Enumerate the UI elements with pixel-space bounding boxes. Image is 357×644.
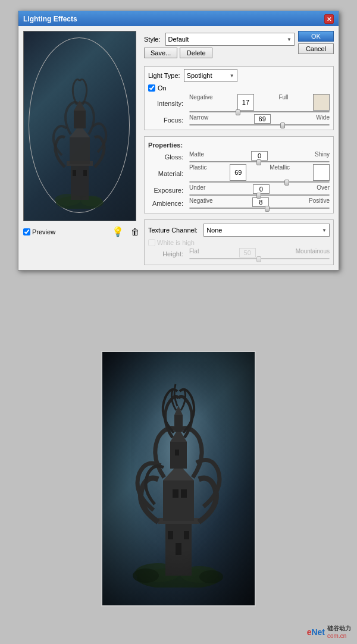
focus-neg-label: Narrow (189, 114, 208, 124)
svg-rect-7 (70, 137, 90, 164)
watermark-logo: eNet (307, 627, 325, 637)
material-pos-label: Metallic (270, 164, 290, 181)
on-label: On (158, 84, 167, 92)
intensity-pos-label: Full (278, 94, 288, 111)
svg-rect-3 (71, 164, 89, 200)
height-slider-group: Flat Mountainous (189, 248, 330, 259)
height-pos-label: Mountainous (296, 248, 330, 257)
style-row: Style: Default ▼ (144, 33, 295, 46)
material-neg-label: Plastic (189, 164, 206, 181)
focus-value-input[interactable] (254, 114, 271, 124)
texture-arrow-icon: ▼ (322, 228, 327, 233)
intensity-track[interactable] (189, 111, 330, 112)
texture-select[interactable]: None ▼ (203, 224, 330, 237)
style-arrow-icon: ▼ (287, 37, 292, 42)
material-labels: Plastic Metallic (189, 164, 330, 181)
delete-light-icon[interactable]: 🗑 (131, 227, 139, 237)
focus-pos-label: Wide (316, 114, 330, 124)
light-type-arrow-icon: ▼ (230, 73, 234, 78)
white-high-checkbox[interactable] (148, 239, 155, 246)
focus-slider-group: Narrow Wide (189, 114, 330, 125)
texture-row: Texture Channel: None ▼ (148, 224, 330, 237)
preview-image (24, 32, 136, 221)
gloss-pos-label: Shiny (315, 151, 330, 161)
focus-thumb[interactable] (280, 122, 285, 128)
intensity-neg-label: Negative (189, 94, 212, 111)
ambience-thumb[interactable] (265, 206, 270, 212)
style-label: Style: (144, 36, 161, 43)
material-thumb[interactable] (284, 180, 289, 186)
ambience-neg-label: Negative (189, 197, 212, 207)
exposure-label: Exposure: (148, 187, 187, 194)
light-bulb-icon[interactable]: 💡 (112, 226, 124, 237)
ambience-label: Ambience: (148, 200, 187, 207)
save-delete-row: Save... Delete (144, 48, 295, 58)
exposure-track[interactable] (189, 194, 330, 196)
style-section: Style: Default ▼ Save... Delete (144, 31, 295, 60)
focus-track[interactable] (189, 124, 330, 125)
focus-label: Focus: (148, 117, 187, 124)
gloss-label: Gloss: (148, 153, 187, 161)
watermark: eNet 硅谷动力 com.cn (307, 624, 351, 639)
preview-icons: 💡 🗑 (112, 226, 139, 237)
light-type-select[interactable]: Spotlight ▼ (184, 69, 237, 82)
watermark-line1: 硅谷动力 (327, 624, 351, 633)
white-high-label: White is high (157, 239, 195, 246)
ambience-row: Ambience: Negative Positive (148, 197, 330, 209)
preview-canvas[interactable] (23, 31, 136, 221)
light-type-row: Light Type: Spotlight ▼ (148, 69, 330, 82)
house-svg (50, 60, 109, 209)
height-track (189, 258, 330, 259)
preview-label: Preview (32, 228, 55, 235)
cancel-button[interactable]: Cancel (298, 43, 334, 54)
exposure-neg-label: Under (189, 184, 205, 194)
material-color-box[interactable] (313, 164, 330, 181)
white-high-row: White is high (148, 239, 330, 246)
gloss-row: Gloss: Matte Shiny (148, 151, 330, 162)
on-checkbox[interactable] (148, 84, 155, 92)
material-row: Material: Plastic Metallic (148, 164, 330, 183)
height-thumb (256, 256, 261, 262)
height-neg-label: Flat (189, 248, 199, 257)
watermark-line2: com.cn (327, 633, 351, 639)
ambience-slider-group: Negative Positive (189, 197, 330, 209)
height-value-input[interactable] (239, 248, 256, 257)
svg-rect-4 (73, 170, 76, 176)
texture-value: None (206, 227, 222, 234)
ambience-track[interactable] (189, 208, 330, 209)
exposure-thumb[interactable] (256, 193, 261, 199)
lighting-effects-dialog: Lighting Effects ✕ (18, 11, 339, 271)
preview-panel: Preview 💡 🗑 (23, 31, 139, 265)
exposure-value-input[interactable] (253, 184, 270, 194)
focus-labels: Narrow Wide (189, 114, 330, 124)
ambience-pos-label: Positive (309, 197, 330, 207)
intensity-value-input[interactable] (237, 94, 254, 111)
intensity-labels: Negative Full (189, 94, 330, 111)
gloss-neg-label: Matte (189, 151, 204, 161)
result-image (101, 351, 256, 607)
ok-cancel-group: OK Cancel (298, 31, 334, 54)
light-type-label: Light Type: (148, 72, 180, 79)
save-button[interactable]: Save... (144, 48, 177, 58)
preview-checkbox-row[interactable]: Preview (23, 228, 55, 235)
delete-button[interactable]: Delete (180, 48, 212, 58)
style-select[interactable]: Default ▼ (165, 33, 295, 46)
style-value: Default (168, 36, 189, 43)
exposure-row: Exposure: Under Over (148, 184, 330, 196)
gloss-thumb[interactable] (256, 159, 261, 165)
gloss-track[interactable] (189, 161, 330, 162)
preview-checkbox[interactable] (23, 228, 30, 235)
intensity-color-box[interactable] (313, 94, 330, 111)
texture-label: Texture Channel: (148, 227, 198, 234)
intensity-thumb[interactable] (236, 109, 240, 115)
svg-rect-9 (74, 111, 86, 128)
material-value-input[interactable] (230, 164, 246, 181)
height-label: Height: (148, 250, 187, 257)
gloss-slider-group: Matte Shiny (189, 151, 330, 162)
close-button[interactable]: ✕ (324, 14, 334, 24)
intensity-row: Intensity: Negative Full (148, 94, 330, 112)
texture-section: Texture Channel: None ▼ White is high He… (144, 219, 334, 265)
ok-button[interactable]: OK (298, 31, 334, 42)
ambience-labels: Negative Positive (189, 197, 330, 207)
material-track[interactable] (189, 181, 330, 183)
